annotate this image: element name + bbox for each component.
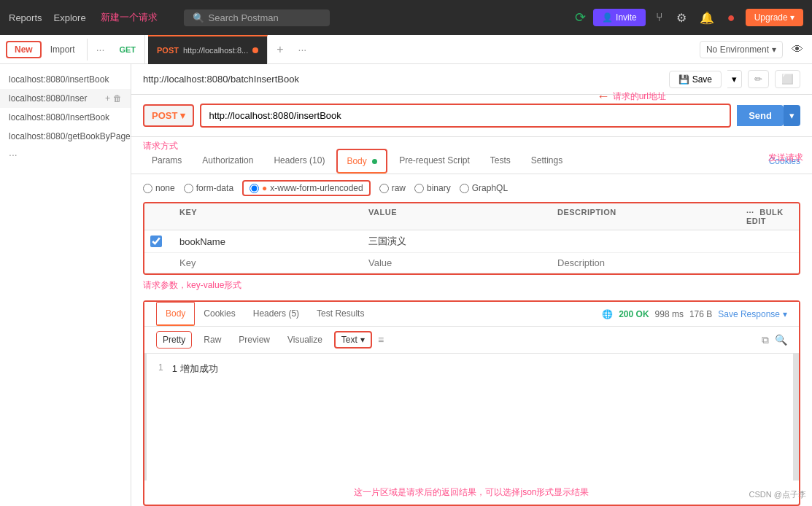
bell-icon[interactable]: 🔔 [697,8,717,28]
environment-select[interactable]: No Environment ▾ [700,41,783,58]
fmt-tab-raw[interactable]: Raw [198,332,227,348]
wrap-text-icon[interactable]: ≡ [378,334,384,346]
method-label: POST [152,110,177,121]
tab-get[interactable]: GET [110,35,145,64]
tab-post[interactable]: POST http://localhost:8... [148,35,268,64]
delete-icon[interactable]: 🗑 [113,93,122,104]
send-btn-group: Send ▾ [737,105,800,126]
method-chevron-icon: ▾ [180,110,185,121]
new-btn-wrapper: New [6,41,42,58]
response-scrollbar[interactable] [793,354,799,480]
kv-row-checkbox[interactable] [150,236,162,247]
format-chevron-icon: ▾ [360,335,365,345]
tab-tests[interactable]: Tests [482,149,519,173]
url-input[interactable] [200,104,731,128]
code-button[interactable]: ⬜ [775,70,800,88]
search-bar[interactable]: 🔍 Search Postman [184,9,330,26]
tab-settings[interactable]: Settings [522,149,571,173]
url-annotation-wrapper: ← 请求的url地址 [597,89,666,104]
annotation-send: 发送请求 [768,152,803,164]
annotation-new-request: 新建一个请求 [101,11,158,24]
title-bar-right: 💾 Save ▾ ✏ ⬜ [669,70,800,88]
upgrade-button[interactable]: Upgrade ▾ [746,9,803,26]
search-response-icon[interactable]: 🔍 [775,334,787,346]
add-icon[interactable]: + [105,93,110,104]
kv-new-value-cell[interactable] [363,253,552,273]
response-content: 1 增加成功 [172,362,218,375]
save-button[interactable]: 💾 Save [669,71,722,88]
sidebar: localhost:8080/insertBook localhost:8080… [0,64,131,506]
settings-icon[interactable]: ⚙ [673,8,689,28]
table-row: bookName 三国演义 [144,230,799,253]
explore-link[interactable]: Explore [54,12,86,23]
body-type-none[interactable]: none [143,183,175,193]
git-icon[interactable]: ⑂ [653,8,666,27]
invite-button[interactable]: 👤 Invite [593,9,646,26]
fmt-tab-pretty[interactable]: Pretty [156,331,192,349]
resp-tab-body[interactable]: Body [156,302,195,326]
tab-headers[interactable]: Headers (10) [265,149,333,173]
tab-authorization[interactable]: Authorization [193,149,262,173]
send-button[interactable]: Send [737,105,784,126]
response-format-bar: Pretty Raw Preview Visualize Text ▾ ≡ ⧉ [144,327,799,354]
sidebar-item-insertbook2[interactable]: localhost:8080/InsertBook [0,108,131,127]
import-button[interactable]: Import [45,42,81,57]
kv-value-input[interactable] [368,257,546,268]
kv-row-checkbox-cell [144,230,174,252]
main-layout: localhost:8080/insertBook localhost:8080… [0,64,812,506]
body-type-tabs: none form-data ● x-www-form-urlencoded r… [131,174,812,202]
kv-new-desc-cell[interactable] [552,253,741,273]
body-type-raw[interactable]: raw [379,183,406,193]
resp-tab-test-results[interactable]: Test Results [308,303,373,326]
sidebar-item-getbookbypage[interactable]: localhost:8080/getBookByPage [0,127,131,146]
kv-desc-input[interactable] [557,257,735,268]
eye-icon[interactable]: 👁 [789,40,806,59]
kv-new-checkbox-cell [144,253,174,273]
annotation-method: 请求方式 [143,140,178,152]
save-response-button[interactable]: Save Response ▾ [718,309,787,319]
response-status: 🌐 200 OK 998 ms 176 B Save Response ▾ [602,309,787,319]
send-dropdown-button[interactable]: ▾ [784,105,800,126]
request-title-bar: http://localhost:8080/batchInsertBook 💾 … [131,64,812,95]
sidebar-more[interactable]: ··· [0,146,131,163]
save-response-chevron: ▾ [783,309,787,319]
get-method-label: GET [119,45,136,54]
resp-tab-cookies[interactable]: Cookies [195,303,244,326]
body-type-form-data[interactable]: form-data [184,183,233,193]
copy-icon[interactable]: ⧉ [762,334,769,346]
fmt-tab-visualize[interactable]: Visualize [282,332,328,348]
avatar-icon[interactable]: ● [724,7,738,28]
format-type-select[interactable]: Text ▾ [334,331,372,349]
tab-pre-request[interactable]: Pre-request Script [390,149,479,173]
sidebar-more-icon[interactable]: ··· [93,44,108,55]
tab-bar-right: No Environment ▾ 👁 [700,40,806,59]
status-ok: 200 OK [619,309,649,319]
resp-tab-headers[interactable]: Headers (5) [244,303,308,326]
body-type-urlencoded[interactable]: ● x-www-form-urlencoded [242,180,371,196]
sidebar-item-insertbook[interactable]: localhost:8080/insertBook [0,70,131,89]
tab-more-button[interactable]: ··· [293,44,313,55]
urlencoded-dot: ● [262,183,267,193]
body-type-binary[interactable]: binary [414,183,451,193]
fmt-tab-preview[interactable]: Preview [233,332,276,348]
kv-bulk-edit[interactable]: ··· Bulk Edit [741,203,799,230]
kv-key-input[interactable] [179,257,357,268]
response-tab-bar: Body Cookies Headers (5) Test Results 🌐 … [144,302,799,327]
kv-new-key-cell[interactable] [174,253,363,273]
sidebar-item-inser[interactable]: localhost:8080/Inser + 🗑 [0,89,131,108]
sync-icon[interactable]: ⟳ [575,9,586,26]
tab-params[interactable]: Params [143,149,190,173]
new-button[interactable]: New [6,41,42,58]
save-dropdown-button[interactable]: ▾ [727,70,742,88]
save-icon: 💾 [678,74,689,85]
body-type-graphql[interactable]: GraphQL [460,183,508,193]
status-size: 176 B [689,309,712,319]
request-title: http://localhost:8080/batchInsertBook [143,74,299,85]
tab-body[interactable]: Body [336,149,387,174]
post-method-label: POST [157,46,179,55]
edit-button[interactable]: ✏ [748,70,769,88]
kv-new-actions-cell [741,253,799,273]
method-select[interactable]: POST ▾ [143,104,194,127]
reports-link[interactable]: Reports [9,12,42,23]
add-tab-button[interactable]: + [271,43,289,56]
